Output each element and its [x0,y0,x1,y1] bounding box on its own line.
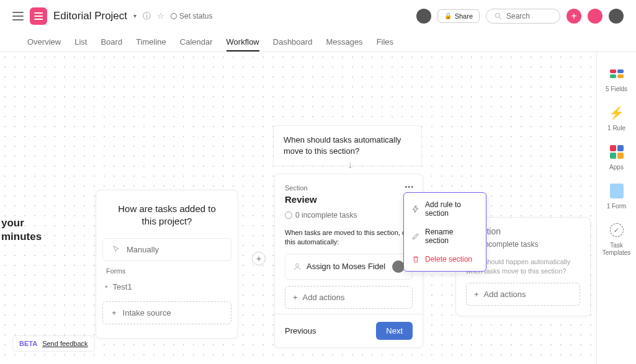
rail-rule[interactable]: ⚡ 1 Rule [597,100,636,135]
connector-add-1[interactable]: + [252,252,266,265]
share-button[interactable]: 🔒Share [437,9,480,23]
check-circle-icon [285,211,292,219]
assignee-avatar [392,260,405,273]
section-more-button[interactable]: ••• [405,183,414,190]
svg-line-1 [499,17,501,19]
person-icon [293,262,302,271]
hamburger-icon[interactable] [12,12,24,20]
pencil-icon [411,232,420,241]
add-actions-button[interactable]: +Add actions [285,286,413,309]
section-name: Review [285,194,413,205]
search-icon [494,12,503,20]
menu-delete[interactable]: Delete section [404,250,486,269]
send-feedback-link[interactable]: Send feedback [42,340,87,347]
project-icon[interactable] [30,7,47,25]
beta-badge: BETA [19,340,37,347]
tab-messages[interactable]: Messages [326,37,362,47]
svg-point-0 [495,13,499,17]
section-context-menu: Add rule to section Rename section Delet… [403,192,486,272]
section-review-card: ••• Section Review 0 incomplete tasks Wh… [274,174,423,348]
form-icon [610,184,624,198]
menu-rename[interactable]: Rename section [404,223,486,250]
bolt-icon [411,205,420,213]
incomplete-tasks[interactable]: 0 incomplete tasks [285,211,413,220]
next-button[interactable]: Next [376,322,413,340]
template-icon: ✓ [610,223,624,237]
feedback-pill: BETA Send feedback [12,335,95,352]
right-rail: 5 Fields ⚡ 1 Rule Apps 1 Form ✓ Task Tem… [596,52,636,364]
forms-label: Forms [96,262,238,276]
assign-action[interactable]: Assign to Moses Fidel [285,254,413,280]
plus-icon: + [112,308,117,317]
pointer-icon [112,245,120,254]
chevron-down-icon[interactable]: ▾ [133,12,137,19]
tab-calendar[interactable]: Calendar [180,37,213,47]
menu-add-rule[interactable]: Add rule to section [404,195,486,223]
user-avatar[interactable] [609,9,624,24]
member-avatar[interactable] [416,9,431,24]
rail-templates[interactable]: ✓ Task Templates [597,217,636,260]
tab-dashboard[interactable]: Dashboard [273,37,313,47]
trash-icon [411,255,420,264]
project-title: Editorial Project [53,10,127,22]
form-item[interactable]: Test1 [96,276,238,298]
topbar: Editorial Project ▾ ⓘ ☆ Set status 🔒Shar… [0,0,636,32]
tab-list[interactable]: List [74,37,87,47]
svg-point-2 [296,264,299,267]
previous-button[interactable]: Previous [285,326,316,335]
apps-icon [610,145,624,159]
tab-board[interactable]: Board [101,37,122,47]
bolt-icon: ⚡ [609,105,624,120]
intake-source-button[interactable]: + Intake source [102,301,231,324]
rail-form[interactable]: 1 Form [597,178,636,213]
automation-instruction: When tasks are moved to this section, do… [285,228,413,247]
tab-timeline[interactable]: Timeline [136,37,166,47]
plus-icon: + [293,293,298,302]
intake-card: How are tasks added to this project? Man… [96,190,238,339]
fields-icon [610,69,624,78]
rail-fields[interactable]: 5 Fields [597,61,636,96]
project-tabs: Overview List Board Timeline Calendar Wo… [0,32,636,52]
search-input[interactable]: Search [486,9,560,24]
rail-apps[interactable]: Apps [597,139,636,174]
set-status-button[interactable]: Set status [171,12,212,20]
global-add-button[interactable]: + [567,9,581,24]
cropped-text: your minutes [1,216,42,244]
tab-workflow[interactable]: Workflow [226,37,259,51]
manually-row[interactable]: Manually [102,238,231,261]
plus-icon: + [474,290,479,299]
info-icon[interactable]: ⓘ [143,11,151,22]
tab-files[interactable]: Files [377,37,393,47]
add-actions-button-2[interactable]: +Add actions [466,283,580,306]
intake-title: How are tasks added to this project? [96,200,238,237]
tab-overview[interactable]: Overview [27,37,61,47]
arrow-down-icon: ↓ [347,159,352,171]
workflow-canvas[interactable]: your minutes How are tasks added to this… [0,52,596,364]
section-label: Section [285,184,413,192]
star-icon[interactable]: ☆ [157,11,164,20]
app-avatar[interactable] [588,9,602,24]
lock-icon: 🔒 [444,12,452,19]
